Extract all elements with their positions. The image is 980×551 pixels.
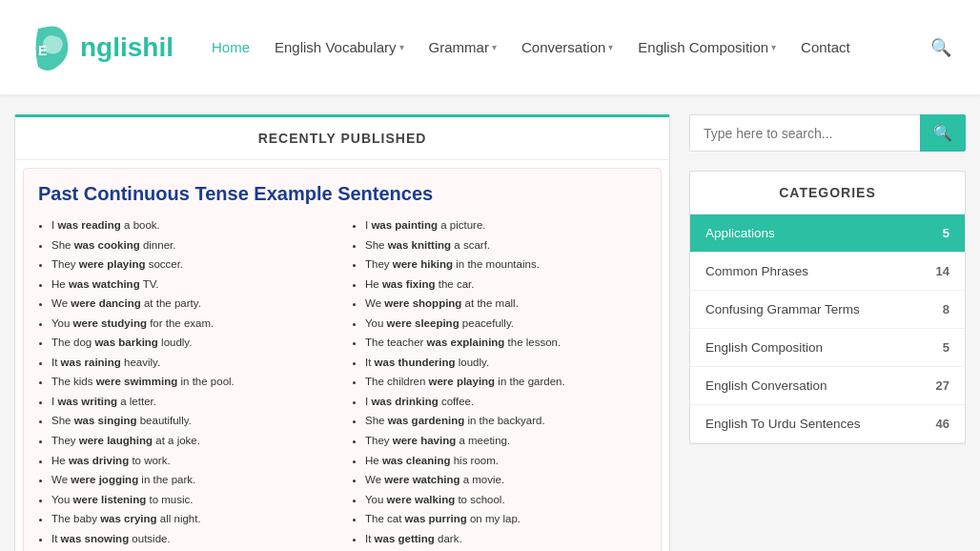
list-item: You were sleeping peacefully. <box>365 315 646 334</box>
list-item: She was knitting a scarf. <box>365 236 646 255</box>
list-item: The dog was barking loudly. <box>51 334 333 353</box>
main-nav: Home English Vocabulary ▾ Grammar ▾ Conv… <box>202 33 951 61</box>
list-item: The children were playing in the garden. <box>365 373 646 392</box>
category-count: 8 <box>943 302 949 316</box>
nav-conversation[interactable]: Conversation ▾ <box>512 33 623 61</box>
chevron-down-icon: ▾ <box>399 42 404 52</box>
recently-published-section: RECENTLY PUBLISHED Past Continuous Tense… <box>14 114 670 551</box>
search-icon[interactable]: 🔍 <box>930 37 951 58</box>
list-item: They were playing soccer. <box>51 255 333 275</box>
list-item: He was cleaning his room. <box>365 452 646 471</box>
category-count: 27 <box>936 378 949 393</box>
sidebar: 🔍 CATEGORIES Applications 5 Common Phras… <box>689 114 966 551</box>
chevron-down-icon: ▾ <box>608 42 613 52</box>
list-item: You were studying for the exam. <box>51 315 333 334</box>
list-item: The baby was crying all night. <box>51 510 333 529</box>
category-item[interactable]: English Composition 5 <box>690 329 965 367</box>
list-item: I was drinking coffee. <box>365 393 646 412</box>
article-body: I was reading a book.She was cooking din… <box>38 216 646 551</box>
list-item: It was getting dark. <box>365 530 646 549</box>
category-name: Common Phrases <box>705 264 808 278</box>
page-layout: RECENTLY PUBLISHED Past Continuous Tense… <box>0 95 980 551</box>
list-item: They were having a meeting. <box>365 432 646 451</box>
svg-text:E: E <box>38 43 47 58</box>
category-name: Applications <box>705 226 775 240</box>
search-icon: 🔍 <box>933 125 952 141</box>
chevron-down-icon: ▾ <box>492 42 497 52</box>
list-item: The cat was purring on my lap. <box>365 510 646 529</box>
category-name: English To Urdu Sentences <box>705 417 861 431</box>
category-item[interactable]: Applications 5 <box>690 214 965 253</box>
list-item: You were listening to music. <box>51 491 333 510</box>
list-item: I was painting a picture. <box>365 216 646 235</box>
list-item: I was writing a letter. <box>51 393 333 412</box>
list-item: He was fixing the car. <box>365 276 646 295</box>
category-item[interactable]: English Conversation 27 <box>690 367 965 405</box>
search-box: 🔍 <box>689 114 966 152</box>
list-item: She was cooking dinner. <box>51 236 333 255</box>
nav-contact[interactable]: Contact <box>791 33 860 61</box>
list-item: It was raining heavily. <box>51 354 333 373</box>
list-item: The kids were swimming in the pool. <box>51 373 333 392</box>
category-name: Confusing Grammar Terms <box>705 302 860 316</box>
list-item: She was gardening in the backyard. <box>365 412 646 431</box>
categories-title: CATEGORIES <box>690 172 965 214</box>
list-item: We were shopping at the mall. <box>365 295 646 314</box>
nav-grammar[interactable]: Grammar ▾ <box>419 33 506 61</box>
article-card: Past Continuous Tense Example Sentences … <box>23 168 662 551</box>
site-logo[interactable]: E nglishil <box>29 19 174 76</box>
categories-list: Applications 5 Common Phrases 14 Confusi… <box>690 214 965 443</box>
list-item: The teacher was explaining the lesson. <box>365 334 646 353</box>
nav-home[interactable]: Home <box>202 33 259 61</box>
main-content: RECENTLY PUBLISHED Past Continuous Tense… <box>14 114 670 551</box>
category-count: 46 <box>936 417 949 431</box>
category-count: 5 <box>943 340 949 355</box>
list-item: It was thundering loudly. <box>365 354 646 373</box>
article-col-2: I was painting a picture.She was knittin… <box>352 216 646 551</box>
search-button[interactable]: 🔍 <box>920 114 966 152</box>
list-item: He was driving to work. <box>51 452 333 471</box>
list-item: She was singing beautifully. <box>51 412 333 431</box>
nav-composition[interactable]: English Composition ▾ <box>628 33 786 61</box>
site-header: E nglishil Home English Vocabulary ▾ Gra… <box>0 0 980 95</box>
category-count: 5 <box>943 226 949 240</box>
logo-text: nglishil <box>80 32 174 63</box>
category-name: English Composition <box>705 340 823 355</box>
category-count: 14 <box>936 264 949 278</box>
list-item: You were walking to school. <box>365 491 646 510</box>
article-title[interactable]: Past Continuous Tense Example Sentences <box>38 183 646 205</box>
list-item: We were dancing at the party. <box>51 295 333 314</box>
categories-box: CATEGORIES Applications 5 Common Phrases… <box>689 171 966 444</box>
category-name: English Conversation <box>705 378 827 393</box>
list-item: They were hiking in the mountains. <box>365 255 646 275</box>
article-col-1: I was reading a book.She was cooking din… <box>38 216 333 551</box>
list-item: He was watching TV. <box>51 276 333 295</box>
category-item[interactable]: Confusing Grammar Terms 8 <box>690 291 965 329</box>
nav-vocabulary[interactable]: English Vocabulary ▾ <box>265 33 414 61</box>
list-item: We were jogging in the park. <box>51 471 333 490</box>
category-item[interactable]: English To Urdu Sentences 46 <box>690 405 965 443</box>
search-input[interactable] <box>689 114 920 152</box>
list-item: I was reading a book. <box>51 216 333 235</box>
section-title: RECENTLY PUBLISHED <box>15 117 669 160</box>
category-item[interactable]: Common Phrases 14 <box>690 253 965 291</box>
list-item: They were laughing at a joke. <box>51 432 333 451</box>
list-item: It was snowing outside. <box>51 530 333 549</box>
list-item: We were watching a movie. <box>365 471 646 490</box>
chevron-down-icon: ▾ <box>771 42 776 52</box>
